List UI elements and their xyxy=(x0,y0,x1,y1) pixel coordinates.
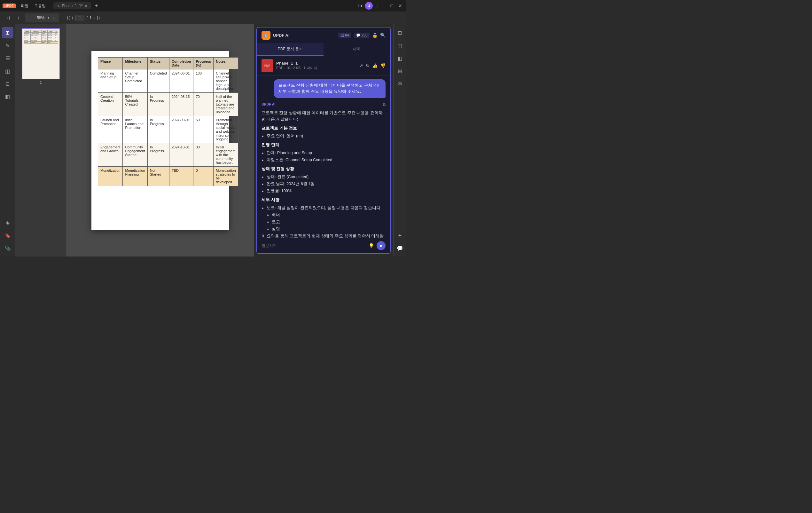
table-cell: 0 xyxy=(194,167,213,186)
user-message: 프로젝트 진행 상황에 대한 데이터를 분석하고 구체적인 세부 사항과 함께 … xyxy=(274,79,385,98)
edit-icon: ✎ xyxy=(57,4,60,8)
zoom-value: 58% xyxy=(35,16,46,20)
table-cell: Content Creation xyxy=(98,93,123,116)
active-tab[interactable]: ✎ Phase_1_1* ✕ xyxy=(53,2,91,9)
table-cell: Monetization Planning xyxy=(123,167,147,186)
bullet-notes: 노트: 채널 설정이 완료되었으며, 설정 내용은 다음과 같습니다: xyxy=(267,205,385,211)
right-sidebar-icon-extract[interactable]: ◫ xyxy=(394,40,406,51)
pdf-page: Phase Milestone Status Completion Date P… xyxy=(91,51,229,230)
section4-title: 세부 사항 xyxy=(261,197,385,203)
table-cell: Initial engagement with the community ha… xyxy=(213,143,238,167)
ai-logo: 🤖 xyxy=(261,31,270,40)
restore-button[interactable]: □ xyxy=(389,3,395,9)
table-cell: 2024-10-01 xyxy=(169,143,194,167)
table-row: Planning and SetupChannel Setup Complete… xyxy=(98,69,238,93)
nav-last-page[interactable]: ⟩⟩ xyxy=(97,16,100,20)
sidebar-icon-comment[interactable]: ☰ xyxy=(2,53,13,64)
zoom-dropdown[interactable]: ▾ xyxy=(48,16,49,20)
separator-line: | xyxy=(375,3,379,9)
menu-file[interactable]: 파일 xyxy=(18,2,31,10)
pdf-viewer[interactable]: Phase Milestone Status Completion Date P… xyxy=(66,24,254,256)
table-row: MonetizationMonetization PlanningNot Sta… xyxy=(98,167,238,186)
nav-first-button[interactable]: ⟨⟨ xyxy=(5,14,12,22)
sub-bullet-3: 설명 xyxy=(272,226,385,232)
right-sidebar-icon-chat[interactable]: 💬 xyxy=(394,243,406,254)
zoom-out-button[interactable]: − xyxy=(27,14,34,22)
col-milestone: Milestone xyxy=(123,58,147,69)
open-external-icon[interactable]: ↗ xyxy=(359,63,363,68)
thumbs-down-icon[interactable]: 👎 xyxy=(380,63,385,68)
page-separator: ▾ xyxy=(360,4,362,8)
page-total: 1 xyxy=(89,16,92,20)
table-cell: 30 xyxy=(194,143,213,167)
copy-icon[interactable]: ⧉ xyxy=(383,102,385,108)
user-avatar[interactable]: U xyxy=(365,2,373,9)
section2-title: 진행 단계 xyxy=(261,142,385,148)
page-current: 1 xyxy=(357,4,359,8)
table-cell: Completed xyxy=(147,69,169,93)
search-icon[interactable]: 🔍 xyxy=(380,33,385,38)
close-window-button[interactable]: ✕ xyxy=(397,3,403,9)
table-cell: Channel Setup Completed xyxy=(123,69,147,93)
sidebar-icon-security[interactable]: ⊡ xyxy=(2,78,13,90)
right-sidebar-icon-ocr[interactable]: ⊡ xyxy=(394,27,406,38)
thumbnail-panel: PhaseMilestoneStatusDate% PlanningChanne… xyxy=(16,24,66,256)
ai-question-input[interactable] xyxy=(261,244,366,248)
close-tab-icon[interactable]: ✕ xyxy=(85,4,87,8)
table-cell: 2024-06-01 xyxy=(169,69,194,93)
send-button[interactable]: ▶ xyxy=(377,241,385,250)
bullet-language: 주요 언어: 영어 (en) xyxy=(267,133,385,139)
right-sidebar-icon-share[interactable]: ⊞ xyxy=(394,65,406,77)
right-sidebar-icon-ai[interactable]: ✦ xyxy=(394,230,406,241)
bot-message-label: UPDF AI ⧉ xyxy=(261,102,385,108)
minimize-button[interactable]: − xyxy=(381,3,386,9)
table-cell: TBD xyxy=(169,167,194,186)
sidebar-icon-layout[interactable]: ⊞ xyxy=(2,27,13,38)
zoom-control: − 58% ▾ + xyxy=(25,13,59,22)
section1-title: 프로젝트 기본 정보 xyxy=(261,125,385,132)
sidebar-icon-forms[interactable]: ◫ xyxy=(2,65,13,77)
zoom-in-button[interactable]: + xyxy=(51,14,57,22)
nav-next-page[interactable]: ⟩ xyxy=(93,16,95,20)
ai-file-meta: PDF · 101.2 KB · 1 페이지 xyxy=(276,65,356,70)
right-sidebar-icon-convert[interactable]: ◧ xyxy=(394,53,406,64)
titlebar-menu: 파일 도움말 xyxy=(18,2,48,10)
ai-messages[interactable]: 프로젝트 진행 상황에 대한 데이터를 분석하고 구체적인 세부 사항과 함께 … xyxy=(257,76,390,238)
ai-tabs: PDF 문서 묻기 대화 xyxy=(257,43,390,56)
ai-file-info: PDF Phase_1_1 PDF · 101.2 KB · 1 페이지 ↗ ↻… xyxy=(257,56,390,76)
light-bulb-icon[interactable]: 💡 xyxy=(369,243,374,248)
bullet-status: 상태: 완료 (Completed) xyxy=(267,174,385,180)
table-cell: Half of the planned tutorials are create… xyxy=(213,93,238,116)
nav-prev-page[interactable]: ⟨ xyxy=(72,16,74,20)
tab-chat[interactable]: 대화 xyxy=(323,43,390,56)
table-cell: 2024-08-15 xyxy=(169,93,194,116)
nav-first-page[interactable]: ⟨⟨ xyxy=(67,16,70,20)
thumbs-up-icon[interactable]: 👍 xyxy=(372,63,378,68)
ai-text-badge: 💬 758 xyxy=(354,33,370,38)
table-cell: Initial Launch and Promotion xyxy=(123,116,147,143)
table-cell: 50 xyxy=(194,116,213,143)
sidebar-icon-organize[interactable]: ◧ xyxy=(2,91,13,102)
refresh-icon[interactable]: ↻ xyxy=(366,63,370,68)
lock-icon[interactable]: 🔒 xyxy=(372,33,378,38)
table-cell: Promotion through social media and websi… xyxy=(213,116,238,143)
app-logo[interactable]: UPDF xyxy=(3,3,16,8)
table-cell: Monetization xyxy=(98,167,123,186)
toolbar: ⟨⟨ ⟨ − 58% ▾ + ⟨⟨ ⟨ 1 / 1 ⟩ ⟩⟩ xyxy=(0,11,406,24)
sidebar-icon-layers[interactable]: ◈ xyxy=(2,217,13,228)
nav-prev-button[interactable]: ⟨ xyxy=(16,14,22,22)
col-status: Status xyxy=(147,58,169,69)
sidebar-icon-attachment[interactable]: 📎 xyxy=(2,243,13,254)
thumbnail-page-1[interactable]: PhaseMilestoneStatusDate% PlanningChanne… xyxy=(22,28,60,84)
sidebar-icon-bookmark[interactable]: 🔖 xyxy=(2,230,13,241)
menu-help[interactable]: 도움말 xyxy=(32,2,48,10)
tab-name: Phase_1_1* xyxy=(62,3,83,8)
add-tab-button[interactable]: + xyxy=(95,3,98,9)
ai-image-badge: 🖼 84 xyxy=(338,33,351,38)
right-sidebar-icon-protect[interactable]: ✉ xyxy=(394,78,406,90)
tab-pdf-ask[interactable]: PDF 문서 묻기 xyxy=(257,43,323,56)
table-cell: Planning and Setup xyxy=(98,69,123,93)
bullet-progress: 진행률: 100% xyxy=(267,188,385,194)
page-input[interactable]: 1 xyxy=(76,15,84,21)
sidebar-icon-edit[interactable]: ✎ xyxy=(2,40,13,51)
